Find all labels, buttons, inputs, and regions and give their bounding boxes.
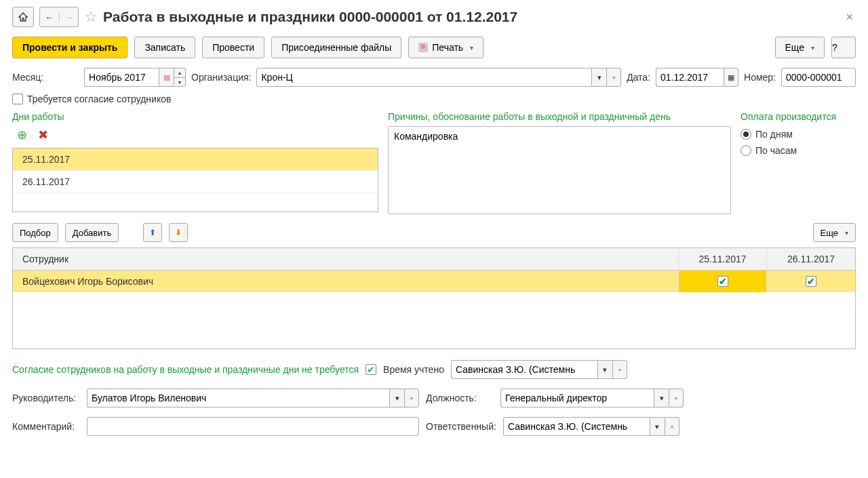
grid-header-date1[interactable]: 25.11.2017 — [679, 248, 767, 270]
date2-cell[interactable]: ✔ — [767, 271, 855, 292]
date-input[interactable] — [656, 68, 724, 87]
org-label: Организация: — [191, 72, 251, 83]
month-label: Месяц: — [12, 72, 43, 83]
nav-back-icon[interactable]: ← — [40, 12, 60, 22]
org-dropdown-icon[interactable]: ▾ — [591, 68, 606, 87]
month-input[interactable] — [84, 68, 159, 87]
attachments-button[interactable]: Присоединенные файлы — [271, 37, 401, 58]
number-input[interactable] — [781, 68, 856, 87]
dropdown-icon[interactable]: ▾ — [654, 389, 669, 407]
reason-textarea[interactable] — [388, 126, 731, 214]
more-button[interactable]: Еще — [775, 37, 825, 58]
grid-header-employee[interactable]: Сотрудник — [13, 248, 679, 270]
responsible-label: Ответственный: — [426, 421, 496, 432]
responsible-group[interactable]: ▾ ▫ — [503, 417, 679, 436]
days-list[interactable]: 25.11.2017 26.11.2017 — [12, 148, 378, 212]
add-day-button[interactable]: ⊕ — [12, 126, 31, 144]
print-button[interactable]: Печать — [408, 37, 484, 58]
move-down-button[interactable]: ⬇ — [169, 223, 188, 242]
consent-checkbox[interactable] — [12, 94, 23, 104]
org-input[interactable] — [256, 68, 591, 87]
comment-label: Комментарий: — [12, 421, 80, 432]
days-section-title: Дни работы — [12, 111, 378, 126]
grid-row[interactable]: Войцехович Игорь Борисович ✔ ✔ — [13, 271, 855, 292]
position-label: Должность: — [426, 393, 494, 403]
time-counted-checkbox[interactable]: ✔ — [366, 364, 376, 375]
number-label: Номер: — [744, 72, 776, 83]
page-title: Работа в выходные и праздники 0000-00000… — [103, 9, 517, 25]
date1-cell[interactable]: ✔ — [679, 271, 767, 292]
table-more-button[interactable]: Еще — [813, 223, 856, 242]
printer-icon — [418, 43, 428, 52]
month-spinner[interactable]: ▴▾ — [174, 68, 186, 87]
position-input[interactable] — [500, 389, 654, 407]
position-group[interactable]: ▾ ▫ — [500, 389, 684, 407]
payment-by-hours-radio[interactable] — [741, 145, 751, 156]
open-icon[interactable]: ▫ — [665, 417, 679, 436]
date-label: Дата: — [627, 72, 650, 83]
date-input-group[interactable]: ▦ — [656, 68, 738, 87]
check-icon: ✔ — [717, 276, 728, 287]
open-icon[interactable]: ▫ — [404, 389, 419, 407]
payment-by-days-label: По дням — [755, 129, 793, 140]
dropdown-icon[interactable]: ▾ — [650, 417, 665, 436]
time-counted-label: Время учтено — [383, 364, 444, 375]
manager-group[interactable]: ▾ ▫ — [87, 389, 419, 407]
post-and-close-button[interactable]: Провести и закрыть — [12, 37, 127, 58]
favorite-star-icon[interactable]: ☆ — [84, 8, 98, 26]
home-button[interactable] — [12, 7, 34, 27]
month-calendar-icon[interactable]: ▦ — [159, 68, 174, 87]
payment-by-days-radio[interactable] — [741, 129, 751, 140]
employees-grid[interactable]: Сотрудник 25.11.2017 26.11.2017 Войцехов… — [12, 247, 856, 349]
org-open-icon[interactable]: ▫ — [606, 68, 621, 87]
dropdown-icon[interactable]: ▾ — [389, 389, 404, 407]
comment-input[interactable] — [87, 417, 419, 436]
dropdown-icon[interactable]: ▾ — [597, 360, 612, 379]
check-icon: ✔ — [806, 276, 816, 287]
manager-input[interactable] — [87, 389, 389, 407]
day-item[interactable]: 25.11.2017 — [13, 148, 378, 171]
time-person-group[interactable]: ▾ ▫ — [451, 360, 627, 379]
grid-header-date2[interactable]: 26.11.2017 — [767, 248, 855, 270]
add-row-button[interactable]: Добавить — [65, 223, 119, 242]
employee-cell[interactable]: Войцехович Игорь Борисович — [13, 271, 679, 292]
payment-section-title: Оплата производится — [741, 111, 856, 126]
nav-forward-icon: → — [60, 12, 79, 22]
post-button[interactable]: Провести — [202, 37, 264, 58]
save-button[interactable]: Записать — [134, 37, 195, 58]
help-button[interactable]: ? — [831, 37, 856, 58]
open-icon[interactable]: ▫ — [612, 360, 627, 379]
move-up-button[interactable]: ⬆ — [143, 223, 162, 242]
close-button[interactable]: × — [843, 10, 856, 24]
responsible-input[interactable] — [503, 417, 650, 436]
nav-back-forward[interactable]: ← → — [39, 7, 79, 27]
manager-label: Руководитель: — [12, 393, 80, 403]
pick-button[interactable]: Подбор — [12, 223, 58, 242]
consent-label: Требуется согласие сотрудников — [27, 94, 171, 104]
day-item[interactable]: 26.11.2017 — [13, 171, 378, 193]
delete-day-button[interactable]: ✖ — [34, 126, 53, 144]
month-input-group[interactable]: ▦ ▴▾ — [84, 68, 186, 87]
org-input-group[interactable]: ▾ ▫ — [256, 68, 621, 87]
time-person-input[interactable] — [451, 360, 597, 379]
consent-note: Согласие сотрудников на работу в выходны… — [12, 364, 359, 375]
payment-by-hours-label: По часам — [755, 145, 797, 156]
open-icon[interactable]: ▫ — [669, 389, 684, 407]
reason-section-title: Причины, обоснование работы в выходной и… — [388, 111, 731, 126]
date-calendar-icon[interactable]: ▦ — [724, 68, 738, 87]
